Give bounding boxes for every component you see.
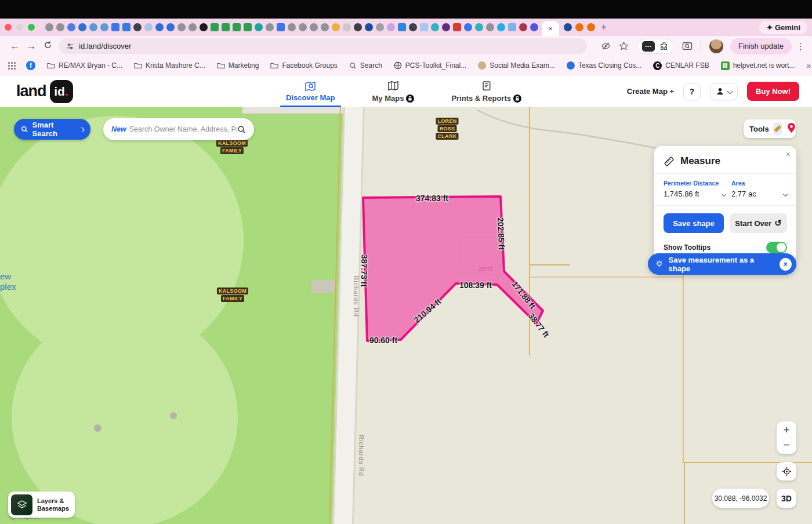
tab-favicon[interactable] (464, 23, 472, 31)
tab-favicon[interactable] (332, 23, 340, 31)
tab-favicon[interactable] (89, 23, 97, 31)
map-canvas[interactable]: 23770 374.83 ft 202.85 ft 387.73 ft 108.… (0, 107, 812, 524)
tab-favicon[interactable] (200, 23, 208, 31)
show-tooltips-toggle[interactable] (766, 242, 787, 253)
tab-favicon[interactable] (299, 23, 307, 31)
pin-tool-button[interactable] (786, 122, 796, 135)
tab-favicon[interactable] (575, 23, 583, 31)
tab-favicon[interactable] (78, 23, 86, 31)
tab-favicon[interactable] (365, 23, 373, 31)
search-input[interactable]: New Search Owner Name, Address, Parcel I… (103, 118, 254, 140)
zoom-out-button[interactable]: − (783, 439, 789, 452)
finish-update-button[interactable]: Finish update (730, 38, 792, 54)
start-over-button[interactable]: Start Over ↺ (730, 213, 787, 233)
toast-close-button[interactable]: × (780, 258, 792, 271)
tab-favicon[interactable] (177, 23, 186, 31)
tab-favicon[interactable] (288, 23, 296, 31)
tab-favicon[interactable] (45, 23, 53, 31)
search-icon[interactable] (237, 125, 246, 134)
tab-favicon[interactable] (508, 23, 516, 31)
tab-favicon[interactable] (122, 23, 130, 31)
tab-favicon[interactable] (244, 23, 252, 31)
tab-discover-map[interactable]: Discover Map (286, 75, 335, 107)
bookmark-texas-closing[interactable]: Texas Closing Cos... (567, 61, 641, 70)
help-button[interactable]: ? (683, 83, 701, 100)
back-icon[interactable]: ← (7, 41, 23, 52)
tab-favicon[interactable] (354, 23, 362, 31)
measure-tool-button[interactable] (773, 122, 782, 135)
traffic-light-close[interactable] (5, 24, 12, 31)
tab-favicon[interactable] (343, 23, 351, 31)
privacy-eye-slash-icon[interactable] (601, 41, 611, 51)
tab-favicon[interactable] (188, 23, 197, 31)
create-map-button[interactable]: Create Map + (627, 87, 674, 96)
tab-favicon[interactable] (233, 23, 241, 31)
search-tabs-icon[interactable] (682, 42, 693, 51)
save-shape-button[interactable]: Save shape (664, 213, 724, 233)
tab-favicon[interactable] (587, 23, 595, 31)
bookmark-social-media[interactable]: Social Media Exam... (478, 61, 555, 70)
tab-favicon[interactable] (519, 23, 527, 31)
tab-favicon[interactable] (166, 23, 175, 31)
tab-favicon[interactable] (310, 23, 318, 31)
area-select[interactable]: 2.77 ac (731, 190, 787, 198)
tab-my-maps[interactable]: My Maps (372, 75, 414, 107)
active-tab[interactable]: × (542, 21, 559, 36)
tab-favicon[interactable] (222, 23, 230, 31)
tab-favicon[interactable] (442, 23, 450, 31)
bookmark-search[interactable]: Search (349, 61, 382, 70)
account-button[interactable] (710, 83, 738, 100)
smart-search-button[interactable]: Smart Search (14, 119, 90, 140)
bookmark-folder[interactable]: Krista Mashore C... (134, 61, 205, 70)
tab-favicon[interactable] (277, 23, 285, 31)
measure-close-button[interactable]: × (786, 150, 791, 159)
apps-grid-icon[interactable] (8, 62, 16, 70)
bookmark-folder[interactable]: RE/MAX Bryan - C... (47, 61, 122, 70)
tab-favicon[interactable] (564, 23, 572, 31)
bookmark-facebook[interactable]: f (26, 61, 35, 70)
buy-now-button[interactable]: Buy Now! (747, 82, 799, 101)
bookmark-folder[interactable]: Marketing (217, 61, 259, 70)
bookmarks-overflow-icon[interactable]: » (806, 61, 811, 70)
tab-favicon[interactable] (409, 23, 417, 31)
tab-favicon[interactable] (387, 23, 395, 31)
landid-logo[interactable]: land id. (16, 80, 73, 103)
tab-favicon[interactable] (486, 23, 494, 31)
tab-favicon[interactable] (144, 23, 153, 31)
tab-favicon[interactable] (453, 23, 461, 31)
tab-favicon[interactable] (497, 23, 505, 31)
owner-label-kalsoom-family[interactable]: KALSOOMFAMILY (216, 139, 248, 155)
reload-icon[interactable] (39, 41, 56, 52)
tab-prints-reports[interactable]: Prints & Reports (451, 75, 521, 107)
tab-favicon[interactable] (56, 23, 64, 31)
3d-button[interactable]: 3D (777, 489, 796, 508)
tab-favicon[interactable] (321, 23, 329, 31)
bookmark-folder[interactable]: Facebook Groups (270, 61, 337, 70)
owner-label-loren-ross-clark[interactable]: LORENROSSCLARK (436, 117, 459, 140)
tab-favicon[interactable] (431, 23, 439, 31)
tab-favicon[interactable] (475, 23, 483, 31)
passwords-icon[interactable]: ••• (642, 41, 655, 52)
bookmark-pcs-toolkit[interactable]: PCS-Toolkit_Final... (394, 61, 466, 70)
tab-favicon[interactable] (111, 23, 119, 31)
layers-basemaps-button[interactable]: Layers & Basemaps (8, 492, 75, 518)
tab-favicon[interactable] (266, 23, 274, 31)
perimeter-distance-select[interactable]: 1,745.86 ft (664, 190, 731, 198)
tab-favicon[interactable] (67, 23, 75, 31)
site-info-icon[interactable] (66, 42, 74, 50)
tab-favicon[interactable] (398, 23, 406, 31)
tab-favicon[interactable] (255, 23, 263, 31)
forward-icon[interactable]: → (23, 41, 39, 52)
browser-menu-icon[interactable]: ⋮ (796, 41, 805, 52)
gemini-button[interactable]: ✦ Gemini (759, 21, 807, 34)
tab-favicon[interactable] (211, 23, 219, 31)
owner-label-kalsoom-family[interactable]: KALSOOMFAMILY (217, 287, 248, 303)
tab-favicon[interactable] (133, 23, 142, 31)
tab-favicon[interactable] (420, 23, 428, 31)
extensions-puzzle-icon[interactable] (659, 42, 669, 51)
tab-favicon[interactable] (376, 23, 384, 31)
traffic-light-minimize[interactable] (16, 24, 23, 31)
locate-button[interactable] (777, 462, 796, 481)
traffic-light-zoom[interactable] (28, 24, 35, 31)
bookmark-cenlar[interactable]: C CENLAR FSB (653, 61, 709, 70)
